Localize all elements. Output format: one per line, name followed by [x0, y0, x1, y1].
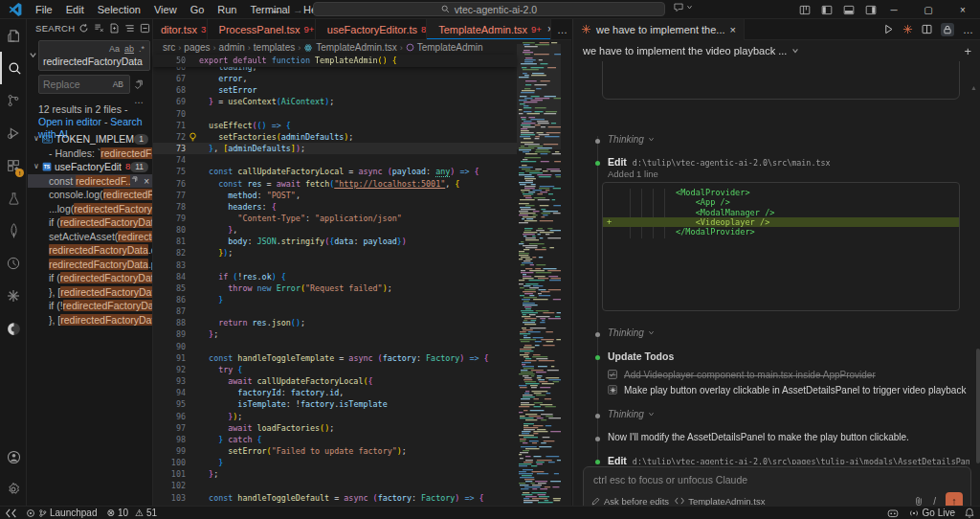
search-match-row[interactable]: const redirectedF...×: [28, 174, 152, 189]
tab-templateadmin[interactable]: TemplateAdmin.tsx9+ ×: [427, 19, 551, 39]
code-line-72[interactable]: 72 setFactories(adminDefaults);: [153, 131, 517, 143]
tab-editor-tsx[interactable]: ditor.tsx3: [153, 19, 208, 39]
toggle-replace-chevron-icon[interactable]: [29, 51, 37, 59]
code-line-81[interactable]: 81 body: JSON.stringify({data: payload}): [153, 236, 517, 247]
split-editor-icon[interactable]: [922, 24, 932, 34]
code-line-94[interactable]: 94 factoryId: factory.id,: [153, 387, 517, 398]
code-line-87[interactable]: 87: [153, 305, 517, 317]
code-line-93[interactable]: 93 await callUpdateFactoryLocal({: [153, 375, 517, 387]
code-line-79[interactable]: 79 "Content-Type": "application/json": [153, 213, 517, 224]
toggle-sidebar-icon[interactable]: [821, 5, 833, 15]
forward-arrow-icon[interactable]: →: [293, 4, 303, 15]
code-line-96[interactable]: 96 });: [153, 411, 517, 422]
code-line-70[interactable]: 70: [153, 108, 517, 120]
code-line-83[interactable]: 83: [153, 260, 517, 271]
menu-selection[interactable]: Selection: [91, 0, 147, 19]
close-tab-icon[interactable]: ×: [730, 24, 736, 35]
sidebar-item-mongodb[interactable]: [0, 214, 27, 247]
copilot-status-item[interactable]: [887, 507, 899, 519]
search-match-row[interactable]: }, [redirectedFactoryData, set...: [28, 285, 152, 300]
sidebar-item-extensions[interactable]: !: [0, 149, 27, 182]
code-line-86[interactable]: 86 }: [153, 294, 517, 305]
code-line-89[interactable]: 89 };: [153, 328, 517, 340]
match-case-icon[interactable]: Aa: [108, 43, 121, 56]
code-line-97[interactable]: 97 await loadFactories();: [153, 422, 517, 434]
slash-command-icon[interactable]: /: [933, 496, 936, 507]
paperclip-icon[interactable]: [914, 496, 924, 507]
code-line-76[interactable]: 76 const res = await fetch("http://local…: [153, 178, 517, 190]
tab-usefactoryeditor[interactable]: TS useFactoryEditor.ts8: [316, 19, 427, 39]
more-tabs-button[interactable]: …: [553, 19, 571, 39]
minimap-slider[interactable]: [517, 44, 561, 149]
close-window-button[interactable]: ×: [946, 0, 980, 19]
sticky-scroll-line[interactable]: 50export default function TemplateAdmin(…: [153, 55, 517, 67]
code-line-74[interactable]: 74: [153, 154, 517, 166]
thinking-row-3[interactable]: Thinking: [608, 409, 655, 419]
menu-file[interactable]: File: [29, 0, 59, 19]
twisty-chevron-icon[interactable]: ∨: [33, 160, 42, 174]
menu-edit[interactable]: Edit: [59, 0, 91, 19]
code-line-68[interactable]: 68 setError: [153, 84, 517, 96]
search-match-row[interactable]: redirectedFactoryData.data?....: [28, 243, 152, 258]
code-line-85[interactable]: 85 throw new Error("Request failed");: [153, 282, 517, 294]
more-actions-button[interactable]: …: [963, 24, 973, 35]
code-line-84[interactable]: 84 if (!res.ok) {: [153, 271, 517, 282]
code-line-80[interactable]: 80 },: [153, 224, 517, 236]
lock-editor-button[interactable]: [941, 23, 954, 36]
regex-icon[interactable]: .*: [138, 43, 145, 56]
search-result-file[interactable]: ∨TOKEN_IMPLEMENT...1: [28, 132, 152, 147]
clear-search-results-icon[interactable]: [94, 23, 104, 34]
tab-claude-session[interactable]: we have to implement the... ×: [573, 19, 745, 40]
go-live-status-item[interactable]: Go Live: [908, 507, 955, 519]
code-line-82[interactable]: 82 });: [153, 247, 517, 259]
open-new-search-editor-icon[interactable]: [109, 23, 120, 34]
claude-action-icon[interactable]: [902, 24, 913, 34]
claude-prompt-input[interactable]: [584, 467, 970, 485]
todo-item[interactable]: ✓Add Videoplayer component to main.tsx i…: [608, 367, 971, 382]
code-line-75[interactable]: 75 const callUpdateFactoryLocal = async …: [153, 166, 517, 177]
tab-processpanel[interactable]: ProcessPanel.tsx9+: [208, 19, 316, 39]
breadcrumb-admin[interactable]: admin: [219, 42, 245, 53]
dismiss-match-icon[interactable]: ×: [144, 175, 149, 189]
code-line-101[interactable]: 101 };: [153, 468, 517, 480]
edit-entry-1[interactable]: Editd:\tulip\vtec-agentic-ai-2.0\src\mai…: [608, 156, 969, 168]
view-as-tree-icon[interactable]: [124, 23, 135, 34]
code-line-77[interactable]: 77 method: "POST",: [153, 190, 517, 201]
code-line-91[interactable]: 91 const handleToggleTemplate = async (f…: [153, 352, 517, 364]
menu-run[interactable]: Run: [211, 0, 243, 19]
menu-go[interactable]: Go: [184, 0, 212, 19]
scroll-up-arrow-icon[interactable]: ▲: [970, 84, 977, 91]
search-match-row[interactable]: }, [redirectedFactoryData, loa...: [28, 313, 152, 327]
sidebar-item-claude[interactable]: [0, 280, 27, 312]
close-tab-icon[interactable]: ×: [547, 24, 551, 34]
code-line-99[interactable]: 99 setError("Failed to update factory");: [153, 445, 517, 457]
back-arrow-icon[interactable]: ←: [271, 4, 281, 15]
replace-match-icon[interactable]: [130, 175, 140, 185]
code-line-69[interactable]: 69 } = useContext(AiContext);: [153, 96, 517, 107]
thinking-row-2[interactable]: Thinking: [608, 327, 655, 338]
copilot-menu-button[interactable]: [673, 2, 693, 12]
breadcrumb-pages[interactable]: pages: [184, 42, 210, 53]
maximize-button[interactable]: ▢: [911, 0, 946, 19]
code-line-92[interactable]: 92 try {: [153, 364, 517, 375]
code-line-71[interactable]: 71 useEffect(() => {: [153, 120, 517, 131]
search-match-row[interactable]: setActiveAsset(redirectedFac...: [28, 230, 152, 244]
customize-layout-icon[interactable]: [799, 5, 811, 15]
claude-conversation[interactable]: ▲ Thinking Editd:\tulip\vtec-agentic-ai-…: [573, 61, 980, 464]
search-match-row[interactable]: if (!redirectedFactoryData) {: [28, 299, 152, 313]
code-line-100[interactable]: 100 }: [153, 457, 517, 468]
search-match-row[interactable]: if (redirectedFactoryData.isVi...: [28, 271, 152, 285]
run-button[interactable]: [883, 24, 894, 34]
sidebar-item-search[interactable]: [0, 52, 27, 84]
breadcrumb-templates[interactable]: templates: [254, 42, 295, 53]
code-line-88[interactable]: 88 return res.json();: [153, 317, 517, 328]
breadcrumb-src[interactable]: src: [163, 42, 175, 53]
collapse-all-icon[interactable]: [140, 23, 150, 34]
sidebar-item-timeline[interactable]: [0, 247, 27, 280]
code-line-90[interactable]: 90: [153, 341, 517, 352]
search-input[interactable]: Aa ab .* redirectedFactoryData: [38, 40, 150, 71]
preserve-case-icon[interactable]: AB: [113, 79, 123, 89]
code-line-98[interactable]: 98 } catch {: [153, 434, 517, 445]
breadcrumb-file[interactable]: TemplateAdmin.tsx: [316, 42, 396, 53]
sidebar-item-source-control[interactable]: [0, 84, 27, 117]
